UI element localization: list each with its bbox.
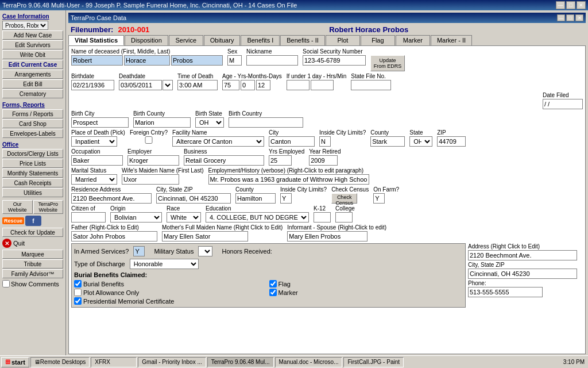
minimize-button[interactable]: —	[556, 1, 565, 9]
last-name-input[interactable]	[171, 55, 223, 66]
flag-checkbox[interactable]	[269, 280, 277, 288]
date-filed-input[interactable]	[543, 99, 583, 109]
informant-address-input[interactable]	[468, 250, 577, 260]
birth-country-input[interactable]	[229, 117, 303, 128]
card-shop-button[interactable]: Card Shop	[2, 119, 63, 128]
first-name-input[interactable]	[71, 55, 123, 66]
tab-benefits-i[interactable]: Benefits I	[241, 35, 280, 45]
show-comments-checkbox[interactable]	[2, 280, 10, 288]
education-select[interactable]: 4. COLLEGE, BUT NO DEGREE	[206, 212, 309, 223]
tab-plot[interactable]: Plot	[326, 35, 360, 45]
start-button[interactable]: ⊞ start	[1, 357, 29, 367]
burial-benefits-checkbox[interactable]	[74, 280, 82, 288]
arrangements-button[interactable]: Arrangements	[2, 70, 63, 79]
age-months-input[interactable]	[241, 80, 255, 90]
tab-benefits-ii[interactable]: Benefits - II	[280, 35, 325, 45]
state-file-input[interactable]	[351, 80, 391, 90]
county2-input[interactable]	[235, 193, 276, 204]
quit-button[interactable]: ✕ Quit	[2, 239, 63, 248]
state-select[interactable]: OH	[409, 136, 432, 147]
tab-obituary[interactable]: Obituary	[204, 35, 241, 45]
family-advisor-button[interactable]: Family Advisor™	[2, 269, 63, 278]
envelopes-labels-button[interactable]: Envelopes-Labels	[2, 129, 63, 138]
county-input[interactable]	[370, 136, 405, 147]
employment-history-input[interactable]	[208, 174, 369, 185]
doctors-clergy-button[interactable]: Doctors/Clergy Lists	[2, 149, 63, 158]
tab-marker-ii[interactable]: Marker - II	[431, 35, 472, 45]
taskbar-terrapro[interactable]: TerraPro 9.06.48 Mul...	[207, 357, 274, 367]
edit-survivors-button[interactable]: Edit Survivors	[2, 40, 63, 49]
ssn-input[interactable]	[303, 55, 366, 66]
taskbar-firstcall[interactable]: FirstCall.JPG - Paint	[343, 357, 404, 367]
update-edrs-button[interactable]: Update From EDRS	[370, 55, 405, 71]
informant-input[interactable]	[287, 231, 368, 241]
k12-input[interactable]	[314, 212, 331, 223]
our-website-button[interactable]: Our Website	[2, 200, 33, 214]
marquee-button[interactable]: Marquee	[2, 250, 63, 259]
tab-marker[interactable]: Marker	[396, 35, 430, 45]
pod-select[interactable]: Inpatient	[71, 136, 117, 147]
under1day-min-input[interactable]	[311, 80, 334, 90]
taskbar-xfrx[interactable]: XFRX	[91, 357, 137, 367]
marker-checkbox[interactable]	[269, 289, 277, 296]
birth-city-input[interactable]	[71, 117, 129, 128]
case-selector[interactable]: Probos, Robert	[2, 21, 48, 30]
maximize-button[interactable]: □	[566, 1, 575, 9]
college-input[interactable]	[335, 212, 353, 223]
taskbar-gmail[interactable]: Gmail - Priority Inbox ...	[138, 357, 206, 367]
informant-phone-input[interactable]	[468, 287, 543, 297]
edit-current-case-button[interactable]: Edit Current Case	[2, 60, 63, 69]
wifes-maiden-input[interactable]	[122, 174, 179, 185]
add-new-case-button[interactable]: Add New Case	[2, 30, 63, 40]
middle-name-input[interactable]	[124, 55, 170, 66]
case-panel-minimize[interactable]: —	[557, 14, 565, 21]
occupation-input[interactable]	[71, 155, 123, 166]
sex-input[interactable]	[227, 55, 242, 66]
father-input[interactable]	[71, 231, 157, 241]
taskbar-manual[interactable]: Manual.doc - Microso...	[275, 357, 343, 367]
pmc-checkbox[interactable]	[74, 297, 82, 305]
foreign-entry-checkbox[interactable]	[130, 136, 168, 144]
case-panel-maximize[interactable]: □	[566, 14, 574, 21]
nickname-input[interactable]	[246, 55, 298, 66]
marital-select[interactable]: Married	[71, 174, 117, 185]
tab-vital-statistics[interactable]: Vital Statistics	[68, 35, 124, 45]
city-state-zip-input[interactable]	[156, 193, 231, 204]
price-lists-button[interactable]: Price Lists	[2, 159, 63, 168]
birth-state-select[interactable]: OH	[195, 117, 224, 128]
business-input[interactable]	[184, 155, 264, 166]
close-button[interactable]: ✕	[577, 1, 586, 9]
deathdate-dropdown[interactable]	[163, 80, 173, 90]
utilities-button[interactable]: Utilities	[2, 188, 63, 197]
deathdate-input[interactable]	[119, 80, 162, 90]
age-days-input[interactable]	[256, 80, 270, 90]
citizen-input[interactable]	[71, 212, 106, 223]
armed-services-input[interactable]	[133, 246, 145, 256]
on-farm-input[interactable]	[373, 193, 385, 204]
cash-receipts-button[interactable]: Cash Receipts	[2, 178, 63, 187]
tod-input[interactable]	[177, 80, 218, 90]
crematory-button[interactable]: Crematory	[2, 89, 63, 98]
pod-city-input[interactable]	[269, 136, 315, 147]
age-yrs-input[interactable]	[222, 80, 239, 90]
plot-allowance-checkbox[interactable]	[74, 289, 82, 296]
facility-select[interactable]: Altercare Of Canton	[172, 136, 264, 147]
inside-city2-input[interactable]	[280, 193, 292, 204]
origin-select[interactable]: Bolivian	[110, 212, 162, 223]
zip-input[interactable]	[437, 136, 466, 147]
write-obit-button[interactable]: Write Obit	[2, 50, 63, 59]
yrs-employed-input[interactable]	[269, 155, 292, 166]
check-census-button[interactable]: Check Census	[331, 193, 357, 204]
mother-input[interactable]	[162, 231, 248, 241]
tab-flag[interactable]: Flag	[361, 35, 395, 45]
birth-county-input[interactable]	[133, 117, 191, 128]
monthly-statements-button[interactable]: Monthly Statements	[2, 168, 63, 178]
employer-input[interactable]	[127, 155, 179, 166]
discharge-select[interactable]: Honorable	[130, 259, 199, 269]
tab-service[interactable]: Service	[169, 35, 203, 45]
edit-bill-button[interactable]: Edit Bill	[2, 79, 63, 89]
case-panel-close[interactable]: ✕	[575, 14, 583, 21]
check-update-button[interactable]: Check for Update	[2, 228, 63, 237]
forms-reports-button[interactable]: Forms / Reports	[2, 109, 63, 118]
residence-input[interactable]	[71, 193, 152, 204]
